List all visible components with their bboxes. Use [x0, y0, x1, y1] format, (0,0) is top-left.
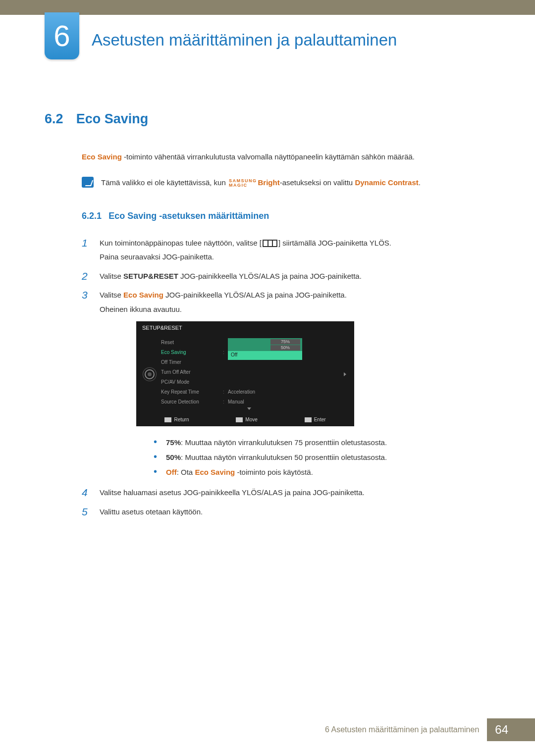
bullet-label: 75%	[166, 438, 181, 447]
intro-term: Eco Saving	[82, 152, 122, 161]
top-stripe	[0, 0, 535, 15]
note-pre: Tämä valikko ei ole käytettävissä, kun	[101, 178, 228, 187]
step5-text: Valittu asetus otetaan käyttöön.	[100, 505, 203, 519]
osd-value-acceleration: Acceleration	[228, 389, 255, 395]
osd-colon: :	[223, 350, 228, 355]
chevron-right-icon	[344, 372, 346, 376]
osd-eco-dropdown: 75% 50% Off	[228, 338, 302, 360]
step-number: 2	[82, 269, 91, 283]
intro-desc: -toiminto vähentää virrankulutusta valvo…	[122, 152, 415, 161]
subsection-6-2-1: 6.2.1 Eco Saving -asetuksen määrittämine…	[82, 211, 490, 221]
samsung-magic-logo: SAMSUNG MAGIC	[229, 179, 257, 187]
step-4: 4 Valitse haluamasi asetus JOG-painikkee…	[82, 486, 490, 500]
step-2: 2 Valitse SETUP&RESET JOG-painikkeella Y…	[82, 269, 490, 284]
step2-text-b: JOG-painikkeella YLÖS/ALAS ja paina JOG-…	[178, 272, 362, 280]
osd-item-source-detection: Source Detection	[161, 399, 223, 404]
section-6-2: 6.2 Eco Saving	[45, 111, 490, 127]
step-1: 1 Kun toimintonäppäinopas tulee näyttöön…	[82, 236, 490, 264]
bullet-dot-icon: •	[154, 435, 157, 448]
chapter-header: 6 Asetusten määrittäminen ja palauttamin…	[45, 15, 490, 59]
osd-screenshot: SETUP&RESET Reset Eco Saving : 75%	[136, 321, 354, 426]
osd-option-75: 75%	[270, 339, 300, 345]
eco-saving-orange: Eco Saving	[123, 291, 163, 299]
osd-option-off-selected: Off	[228, 351, 302, 360]
bullet-eco: Eco Saving	[195, 468, 235, 476]
bullet-dot-icon: •	[154, 465, 157, 478]
note: Tämä valikko ei ole käytettävissä, kun S…	[82, 177, 490, 189]
magic-bright: Bright	[258, 178, 279, 187]
osd-option-50: 50%	[270, 345, 300, 351]
osd-footer-move: Move	[245, 417, 257, 422]
bullet-label: Off	[166, 468, 177, 476]
bullet-text: : Muuttaa näytön virrankulutuksen 50 pro…	[181, 453, 387, 461]
step3-text-a: Valitse	[100, 291, 123, 299]
chevron-down-icon	[247, 407, 251, 410]
step-number: 5	[82, 505, 91, 518]
footer-page-number: 64	[487, 718, 516, 741]
bullet-off: • Off: Ota Eco Saving -toiminto pois käy…	[154, 465, 490, 480]
osd-footer-enter: Enter	[314, 417, 326, 422]
bullet-text: -toiminto pois käytöstä.	[235, 468, 313, 476]
step3-text-b: JOG-painikkeella YLÖS/ALAS ja paina JOG-…	[163, 291, 347, 299]
setup-reset-bold: SETUP&RESET	[123, 272, 178, 280]
footer-chapter-text: 6 Asetusten määrittäminen ja palauttamin…	[317, 718, 487, 741]
step-3: 3 Valitse Eco Saving JOG-painikkeella YL…	[82, 288, 490, 316]
osd-item-eco-saving: Eco Saving	[161, 350, 223, 355]
osd-footer-return: Return	[174, 417, 189, 422]
step4-text: Valitse haluamasi asetus JOG-painikkeell…	[100, 486, 365, 500]
subsection-number: 6.2.1	[82, 211, 102, 221]
osd-item-pcav-mode: PC/AV Mode	[161, 379, 223, 385]
intro-paragraph: Eco Saving -toiminto vähentää virrankulu…	[82, 151, 490, 163]
bullet-75: • 75%: Muuttaa näytön virrankulutuksen 7…	[154, 435, 490, 450]
bullet-text-mid: : Ota	[177, 468, 195, 476]
note-text: Tämä valikko ei ole käytettävissä, kun S…	[101, 177, 421, 189]
move-icon	[236, 417, 243, 422]
note-post: .	[419, 178, 421, 187]
bullet-dot-icon: •	[154, 450, 157, 463]
note-icon	[82, 177, 94, 188]
step1-text-b: ] siirtämällä JOG-painiketta YLÖS.	[278, 239, 391, 247]
step1-text-c: Paina seuraavaksi JOG-painiketta.	[100, 252, 214, 261]
dynamic-contrast: Dynamic Contrast	[355, 178, 418, 187]
footer-stripe	[516, 718, 535, 741]
osd-footer: Return Move Enter	[136, 413, 354, 426]
step-number: 3	[82, 288, 91, 302]
step-number: 1	[82, 236, 91, 250]
section-title: Eco Saving	[76, 111, 149, 127]
step1-text-a: Kun toimintonäppäinopas tulee näyttöön, …	[100, 239, 262, 247]
chapter-number-badge: 6	[45, 12, 79, 59]
gear-icon	[145, 369, 155, 379]
osd-item-reset: Reset	[161, 340, 223, 345]
osd-colon: :	[223, 399, 228, 404]
osd-value-manual: Manual	[228, 399, 244, 404]
menu-icon	[263, 240, 277, 247]
osd-item-turn-off-after: Turn Off After	[161, 369, 223, 375]
enter-icon	[305, 417, 312, 422]
bullet-50: • 50%: Muuttaa näytön virrankulutuksen 5…	[154, 450, 490, 465]
bullet-label: 50%	[166, 453, 181, 461]
step2-text-a: Valitse	[100, 272, 123, 280]
osd-item-key-repeat: Key Repeat Time	[161, 389, 223, 395]
subsection-title: Eco Saving -asetuksen määrittäminen	[108, 211, 269, 221]
section-number: 6.2	[45, 111, 63, 127]
page-footer: 6 Asetusten määrittäminen ja palauttamin…	[317, 718, 535, 741]
osd-title: SETUP&RESET	[136, 321, 354, 334]
osd-colon: :	[223, 389, 228, 395]
step-5: 5 Valittu asetus otetaan käyttöön.	[82, 505, 490, 519]
bullet-text: : Muuttaa näytön virrankulutuksen 75 pro…	[181, 438, 387, 447]
note-mid: -asetukseksi on valittu	[280, 178, 355, 187]
chapter-title: Asetusten määrittäminen ja palauttaminen	[92, 15, 397, 50]
step3-text-c: Oheinen ikkuna avautuu.	[100, 305, 182, 313]
osd-item-off-timer: Off Timer	[161, 359, 223, 365]
return-icon	[164, 417, 171, 422]
step-number: 4	[82, 486, 91, 499]
